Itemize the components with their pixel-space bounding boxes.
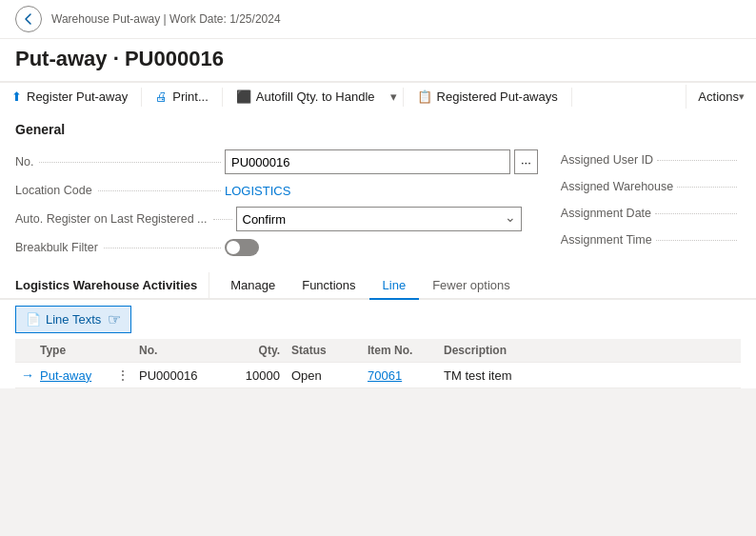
autofill-dropdown-button[interactable]: ▾: [387, 85, 401, 109]
row-type[interactable]: Put-away: [34, 367, 110, 385]
actions-chevron-icon: ▾: [739, 90, 745, 103]
assigned-user-label: Assigned User ID: [561, 153, 653, 167]
row-description: TM test item: [438, 367, 741, 385]
tab-fewer-options[interactable]: Fewer options: [419, 272, 524, 300]
col-item-no: Item No.: [362, 342, 438, 359]
location-value: LOGISTICS: [225, 184, 415, 198]
cursor-icon: ☞: [108, 310, 121, 328]
auto-register-label: Auto. Register on Last Registered ...: [15, 212, 236, 226]
top-bar: Warehouse Put-away | Work Date: 1/25/202…: [0, 0, 756, 39]
line-texts-icon: 📄: [26, 312, 41, 327]
tab-section-title: Logistics Warehouse Activities: [15, 272, 209, 298]
col-description: Description: [438, 342, 741, 359]
assigned-user-row: Assigned User ID: [561, 147, 741, 173]
row-item-no[interactable]: 70061: [362, 367, 438, 385]
register-icon: ⬆: [11, 89, 22, 104]
table-header: Type No. Qty. Status Item No. Descriptio…: [15, 339, 741, 363]
breakbulk-row: Breakbulk Filter: [15, 234, 538, 261]
row-status: Open: [286, 367, 362, 385]
assigned-warehouse-row: Assigned Warehouse: [561, 173, 741, 200]
no-label: No.: [15, 155, 225, 169]
col-qty: Qty.: [229, 342, 286, 359]
back-button[interactable]: [15, 6, 42, 32]
row-no: PU000016: [133, 367, 229, 385]
no-row: No. ···: [15, 147, 538, 177]
left-column: No. ··· Location Code LOGISTICS: [15, 147, 538, 261]
assignment-date-label: Assignment Date: [561, 207, 651, 220]
assigned-warehouse-label: Assigned Warehouse: [561, 180, 673, 193]
row-context-menu[interactable]: ⋮: [110, 366, 133, 385]
toolbar-separator-1: [141, 88, 142, 107]
breakbulk-label: Breakbulk Filter: [15, 241, 225, 254]
page-title: Put-away · PU000016: [15, 47, 741, 71]
toggle-knob: [227, 241, 240, 254]
location-value-container: LOGISTICS: [225, 184, 415, 198]
row-arrow: →: [15, 366, 34, 385]
assignment-date-row: Assignment Date: [561, 200, 741, 227]
auto-register-select-wrapper: Confirm Always Never: [236, 207, 522, 231]
location-label: Location Code: [15, 184, 225, 197]
actions-button[interactable]: Actions ▾: [686, 85, 756, 109]
autofill-button[interactable]: ⬛ Autofill Qty. to Handle: [225, 85, 387, 109]
registered-button[interactable]: 📋 Registered Put-aways: [406, 85, 569, 109]
autofill-icon: ⬛: [236, 89, 251, 104]
line-texts-button[interactable]: 📄 Line Texts ☞: [15, 306, 131, 333]
toolbar: ⬆ Register Put-away 🖨 Print... ⬛ Autofil…: [0, 82, 756, 110]
col-type: Type: [34, 342, 110, 359]
col-arrow: [15, 342, 34, 359]
auto-register-row: Auto. Register on Last Registered ... Co…: [15, 204, 538, 234]
auto-register-select[interactable]: Confirm Always Never: [236, 207, 522, 231]
tab-line[interactable]: Line: [369, 272, 420, 300]
toolbar-separator-4: [571, 88, 572, 107]
tab-functions[interactable]: Functions: [288, 272, 368, 300]
breakbulk-toggle[interactable]: [225, 239, 259, 256]
toolbar-separator-2: [222, 88, 223, 107]
toolbar-separator-3: [403, 88, 404, 107]
register-putaway-button[interactable]: ⬆ Register Put-away: [0, 85, 139, 109]
col-status: Status: [286, 342, 362, 359]
assignment-time-row: Assignment Time: [561, 227, 741, 253]
right-column: Assigned User ID Assigned Warehouse Assi…: [538, 147, 741, 261]
col-menu: [110, 342, 133, 359]
registered-icon: 📋: [417, 89, 432, 104]
general-section: General No. ··· Location Code: [0, 110, 756, 272]
auto-register-value-container: Confirm Always Never: [236, 207, 522, 231]
table-row: → Put-away ⋮ PU000016 10000 Open 70061 T…: [15, 363, 741, 388]
tab-bar: Logistics Warehouse Activities Manage Fu…: [0, 272, 756, 300]
col-no: No.: [133, 342, 229, 359]
print-icon: 🖨: [155, 89, 168, 104]
tab-manage[interactable]: Manage: [217, 272, 288, 300]
page-header: Put-away · PU000016: [0, 39, 756, 82]
breadcrumb: Warehouse Put-away | Work Date: 1/25/202…: [51, 12, 281, 26]
no-input[interactable]: [225, 149, 510, 174]
no-value-container: ···: [225, 149, 538, 174]
assignment-time-label: Assignment Time: [561, 233, 652, 247]
row-qty: 10000: [229, 367, 286, 385]
form-grid: No. ··· Location Code LOGISTICS: [15, 147, 741, 261]
print-button[interactable]: 🖨 Print...: [144, 85, 220, 109]
no-ellipsis-button[interactable]: ···: [514, 149, 538, 174]
location-row: Location Code LOGISTICS: [15, 177, 538, 204]
general-section-title: General: [15, 122, 741, 137]
table-area: 📄 Line Texts ☞ Opens the Line Text for e…: [0, 300, 756, 388]
breakbulk-value-container: [225, 239, 259, 256]
line-texts-wrapper: 📄 Line Texts ☞ Opens the Line Text for e…: [15, 300, 131, 339]
